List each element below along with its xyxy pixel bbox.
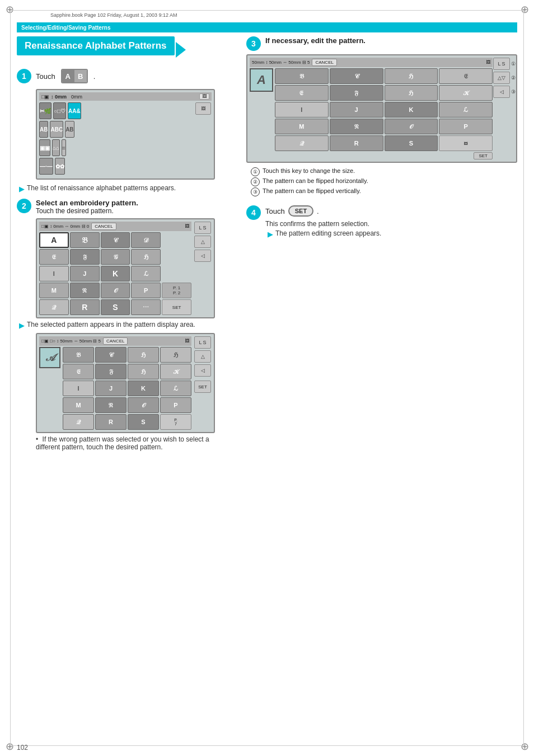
grid-row-4: —·— ✿✿ <box>39 158 193 175</box>
pgb-J[interactable]: J <box>95 381 127 396</box>
step4-confirm1: This confirms the pattern selection. <box>265 220 517 228</box>
pg-C[interactable]: 𝒞 <box>101 232 130 248</box>
cancel-button-1[interactable]: CANCEL <box>91 223 116 230</box>
pg-K[interactable]: K <box>101 266 130 281</box>
step2-title: Select an embroidery pattern. <box>36 199 235 207</box>
pg-G[interactable]: 𝒢 <box>101 249 130 265</box>
pgb-H[interactable]: ℌ <box>128 364 159 379</box>
bullet-dot: • <box>36 435 38 443</box>
pg-Q[interactable]: 𝒬 <box>39 299 69 315</box>
pgb-M[interactable]: M <box>63 397 94 413</box>
annot3: ③ The pattern can be flipped vertically. <box>251 187 517 196</box>
s3-I2[interactable]: 𝒦 <box>439 85 493 101</box>
pgb-P[interactable]: P <box>160 397 191 413</box>
cat-lines: ≡ <box>62 139 66 156</box>
s3-D[interactable]: ℌ <box>385 68 438 84</box>
s3-F[interactable]: 𝔈 <box>275 85 329 101</box>
step3-screen-main: 50mm ↕ 50mm ↔ 50mm ⊟ 5 CANCEL 🖼 A 𝔅 𝒞 ℌ … <box>250 58 493 159</box>
step4-set-button[interactable]: SET <box>288 205 313 217</box>
s3-set-btn[interactable]: SET <box>474 152 493 159</box>
title-arrow <box>176 42 186 58</box>
pg-B[interactable]: 𝔅 <box>70 232 100 248</box>
pg-set1[interactable]: SET <box>162 299 191 315</box>
pgb-I[interactable]: I <box>63 381 94 396</box>
pg-I[interactable]: I <box>39 266 69 281</box>
pg-E[interactable]: 𝔈 <box>39 249 69 265</box>
step2-main2: □▣ □○ ↕ 50mm ↔ 50mm ⊟ 5 CANCEL 🖼 𝒜 𝔅 𝒞 ℌ… <box>39 336 191 430</box>
pg-J[interactable]: J <box>70 266 100 281</box>
s3-L[interactable]: ℒ <box>439 102 493 118</box>
step2-toolbar: □▣ ↕ 0mm ↔ 0mm ⊟ 0 CANCEL 🖼 <box>39 222 191 231</box>
pg-S[interactable]: S <box>101 299 130 315</box>
pgb-G[interactable]: 𝔉 <box>95 364 127 379</box>
pg-P[interactable]: P <box>131 283 161 298</box>
s3-G[interactable]: 𝔉 <box>330 85 383 101</box>
s3-Q[interactable]: 𝒬 <box>275 135 329 151</box>
pg-D[interactable]: 𝒟 <box>131 232 161 248</box>
step2-row: 2 Select an embroidery pattern. Touch th… <box>17 199 235 215</box>
bullet-icon-1: ▶ <box>19 185 25 193</box>
pg-M[interactable]: M <box>39 283 69 298</box>
pg-A[interactable]: A <box>39 232 69 248</box>
s3-I[interactable]: I <box>275 102 329 118</box>
s3-J[interactable]: J <box>330 102 383 118</box>
grid-row-3: ▣▣ ⌂⌂ ≡ <box>39 139 193 156</box>
cancel-button-2[interactable]: CANCEL <box>103 337 128 345</box>
s3-H[interactable]: ℌ <box>385 85 438 101</box>
pgb-L[interactable]: ℒ <box>160 381 191 396</box>
step4-touch-word: Touch <box>265 207 285 215</box>
pg-R[interactable]: R <box>70 299 100 315</box>
s3-S[interactable]: S <box>385 135 438 151</box>
s3-O[interactable]: 𝒪 <box>385 119 438 134</box>
s3-C[interactable]: 𝒞 <box>330 68 383 84</box>
pgb-K[interactable]: K <box>128 381 159 396</box>
step2-main: □▣ ↕ 0mm ↔ 0mm ⊟ 0 CANCEL 🖼 A 𝔅 𝒞 𝒟 𝔈 𝔉 … <box>39 222 191 315</box>
s3-N[interactable]: 𝔑 <box>330 119 383 134</box>
annot3-num: ③ <box>511 89 516 95</box>
step1-bullet-text: The list of renaissance alphabet pattern… <box>27 184 176 192</box>
pg-O[interactable]: 𝒪 <box>101 283 130 298</box>
s3-K[interactable]: K <box>385 102 438 118</box>
pgb-C[interactable]: 𝒞 <box>95 347 127 363</box>
step3-row: 3 If necessary, edit the pattern. <box>246 36 517 51</box>
pgb-S[interactable]: S <box>128 414 159 430</box>
s2-icons: □▣ ↕ 0mm ↔ 0mm ⊟ 0 <box>41 224 89 229</box>
s3-fliph-btn[interactable]: △▽ <box>493 72 510 84</box>
pgb-O[interactable]: 𝒪 <box>128 397 159 413</box>
pg-H[interactable]: ℌ <box>131 249 161 265</box>
pgb-I2[interactable]: 𝒦 <box>160 364 191 379</box>
pg-N[interactable]: 𝔑 <box>70 283 100 298</box>
pgb-F[interactable]: 𝔈 <box>63 364 94 379</box>
toolbar-mm: 0mm <box>71 94 82 100</box>
s3-E[interactable]: 𝔈 <box>439 68 493 84</box>
s3-fliph-row: △▽ ② <box>493 72 516 84</box>
pgb-N[interactable]: 𝔑 <box>95 397 127 413</box>
cancel-button-3[interactable]: CANCEL <box>312 59 336 66</box>
step2-side: L S △ ◁ <box>194 222 212 315</box>
s3-M[interactable]: M <box>275 119 329 134</box>
cat-scissor: ✂🌿 <box>39 102 51 119</box>
pgb-B[interactable]: 𝔅 <box>63 347 94 363</box>
s3-P[interactable]: P <box>439 119 493 134</box>
s3-flipv-btn[interactable]: ◁ <box>493 86 510 98</box>
s2-side-s: L S <box>194 222 211 234</box>
pg-L[interactable]: ℒ <box>131 266 161 281</box>
annot3-circle: ③ <box>251 187 260 196</box>
section-title: Renaissance Alphabet Patterns <box>17 36 175 55</box>
s3-R[interactable]: R <box>330 135 383 151</box>
pgb-Q[interactable]: 𝒬 <box>63 414 94 430</box>
step4-row: 4 Touch SET . This confirms the pattern … <box>246 205 517 240</box>
pgb-R[interactable]: R <box>95 414 127 430</box>
pgb-D[interactable]: ℌ <box>128 347 159 363</box>
s2b-side-flip2: ◁ <box>194 364 211 377</box>
s3-B[interactable]: 𝔅 <box>275 68 329 84</box>
pg-T[interactable]: ⋯ <box>131 299 161 315</box>
cat-shapes: ○□♡ <box>53 102 66 119</box>
s2b-set[interactable]: SET <box>194 381 211 393</box>
s2b-icons: □▣ □○ ↕ 50mm ↔ 50mm ⊟ 5 <box>41 339 101 344</box>
pgb-E[interactable]: ℌ <box>160 347 191 363</box>
s3-set-row: SET <box>250 152 493 159</box>
pg-F[interactable]: 𝔉 <box>70 249 100 265</box>
step2-bullet-text: The selected pattern appears in the patt… <box>27 321 195 328</box>
s3-ls-btn[interactable]: L S <box>493 58 510 70</box>
